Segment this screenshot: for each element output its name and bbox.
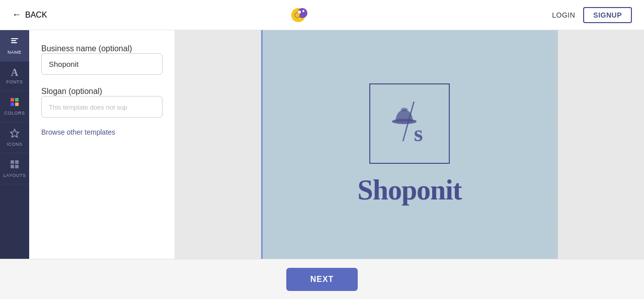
svg-point-3 xyxy=(298,11,301,14)
next-button[interactable]: NEXT xyxy=(286,268,358,291)
business-name-label: Business name (optional) xyxy=(41,44,132,53)
sidebar-item-colors[interactable]: COLORS xyxy=(0,91,29,122)
browse-templates-link[interactable]: Browse other templates xyxy=(41,128,115,136)
svg-point-4 xyxy=(302,10,304,12)
slogan-input[interactable] xyxy=(41,96,163,118)
sidebar-item-name[interactable]: NAME xyxy=(0,30,29,61)
svg-rect-14 xyxy=(15,160,19,164)
svg-rect-15 xyxy=(11,165,14,168)
main-content: NAME A FONTS COLORS ICONS xyxy=(0,30,644,259)
svg-marker-12 xyxy=(11,129,19,137)
layouts-icon xyxy=(10,159,20,171)
header-actions: LOGIN SIGNUP xyxy=(552,7,632,23)
slogan-label: Slogan (optional) xyxy=(41,87,102,95)
svg-rect-9 xyxy=(15,98,19,102)
back-arrow-icon: ← xyxy=(12,10,21,20)
svg-rect-10 xyxy=(11,103,14,106)
footer: NEXT xyxy=(0,259,644,299)
sidebar: NAME A FONTS COLORS ICONS xyxy=(0,30,29,259)
back-button[interactable]: ← BACK xyxy=(12,10,47,20)
content-panel: Business name (optional) Slogan (optiona… xyxy=(29,30,175,259)
business-name-input[interactable] xyxy=(41,53,163,75)
header: ← BACK LOGIN SIGNUP xyxy=(0,0,644,30)
sidebar-icons-label: ICONS xyxy=(7,142,22,147)
svg-rect-5 xyxy=(11,38,18,39)
svg-rect-8 xyxy=(11,98,14,102)
preview-business-name: Shoponit xyxy=(358,174,462,206)
svg-point-18 xyxy=(401,108,408,111)
fonts-icon: A xyxy=(11,67,18,77)
svg-rect-7 xyxy=(11,42,17,43)
svg-rect-13 xyxy=(11,160,14,164)
preview-canvas: s Shoponit xyxy=(261,30,558,259)
app-logo xyxy=(288,4,310,26)
sidebar-fonts-label: FONTS xyxy=(7,79,23,84)
svg-rect-16 xyxy=(15,165,19,168)
colors-icon xyxy=(10,97,20,109)
logo-svg: s xyxy=(374,88,445,159)
preview-area: s Shoponit xyxy=(175,30,644,259)
sidebar-item-fonts[interactable]: A FONTS xyxy=(0,61,29,91)
signup-button[interactable]: SIGNUP xyxy=(583,7,632,23)
icons-icon xyxy=(10,128,20,140)
sidebar-item-layouts[interactable]: LAYOUTS xyxy=(0,153,29,184)
sidebar-name-label: NAME xyxy=(8,50,22,55)
logo-preview-box: s xyxy=(369,83,450,164)
svg-rect-11 xyxy=(15,103,19,106)
svg-text:s: s xyxy=(414,121,423,146)
back-label: BACK xyxy=(25,11,47,20)
sidebar-item-icons[interactable]: ICONS xyxy=(0,122,29,153)
logo-icon xyxy=(288,4,310,26)
name-icon xyxy=(10,36,20,48)
svg-rect-6 xyxy=(11,40,16,41)
sidebar-colors-label: COLORS xyxy=(4,111,25,116)
sidebar-layouts-label: LAYOUTS xyxy=(4,173,26,178)
login-button[interactable]: LOGIN xyxy=(552,11,575,19)
